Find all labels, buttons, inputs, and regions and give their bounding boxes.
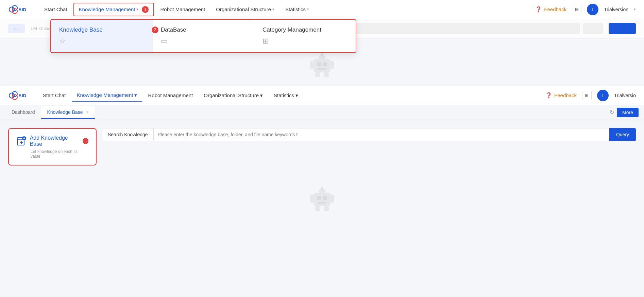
add-knowledge-base-card[interactable]: Add Knowledge Base 3 Let knowledge unlea… <box>8 128 97 165</box>
user-label[interactable]: Trialversion <box>604 7 628 12</box>
user-avatar[interactable]: T <box>587 4 598 15</box>
svg-rect-12 <box>315 72 320 77</box>
nav-statistics[interactable]: Statistics ▾ <box>281 4 314 15</box>
chevron-down-icon-4: ▾ <box>134 92 137 98</box>
svg-rect-13 <box>324 72 329 77</box>
illustration-bottom <box>8 165 636 220</box>
logo-2[interactable]: AID <box>8 89 29 102</box>
top-nav-items: Start Chat Knowledge Management ▾ 1 Robo… <box>39 3 535 16</box>
chevron-down-icon-5: ▾ <box>260 92 263 99</box>
svg-text:AID: AID <box>18 7 27 12</box>
feedback-button-2[interactable]: ❓ Feedback <box>545 92 577 99</box>
database-icon: ▭ <box>161 37 246 46</box>
dropdown-db-title: DataBase <box>161 27 246 33</box>
svg-rect-34 <box>324 206 329 211</box>
search-area: Search Knowledge Query <box>102 128 636 141</box>
nav2-robot-management[interactable]: Robot Management <box>143 90 198 101</box>
svg-point-2 <box>12 8 17 14</box>
dropdown-database[interactable]: DataBase ▭ <box>153 20 254 52</box>
chevron-down-icon-2: ▾ <box>272 7 274 12</box>
second-nav-items: Start Chat Knowledge Management ▾ Robot … <box>38 89 545 102</box>
add-kb-card-top: Add Knowledge Base 3 <box>16 135 88 147</box>
svg-text:AID: AID <box>18 93 27 98</box>
chevron-down-icon-3: ▾ <box>307 7 309 12</box>
user-chevron-icon: ▾ <box>634 7 636 12</box>
add-kb-icon <box>16 136 27 146</box>
logo[interactable]: AID <box>8 3 29 16</box>
chevron-down-icon-6: ▾ <box>295 92 298 99</box>
add-kb-subtitle: Let knowledge unleash its value <box>16 149 88 159</box>
nav-knowledge-management[interactable]: Knowledge Management ▾ 1 <box>73 3 154 16</box>
user-avatar-2[interactable]: T <box>597 90 609 101</box>
user-label-2[interactable]: Trialversio <box>614 93 636 98</box>
svg-point-9 <box>321 53 323 56</box>
svg-point-16 <box>12 94 17 100</box>
tabs-bar: Dashboard Knowledge Base × ↻ More <box>0 105 644 120</box>
knowledge-management-dropdown: Knowledge Base ☆ 2 DataBase ▭ Category M… <box>50 19 356 53</box>
translate-button[interactable]: ⊞ <box>572 5 581 14</box>
refresh-icon[interactable]: ↻ <box>610 109 614 116</box>
star-icon: ☆ <box>59 37 144 46</box>
chevron-down-icon: ▾ <box>136 7 138 12</box>
svg-rect-4 <box>313 59 331 72</box>
svg-rect-25 <box>313 193 331 206</box>
svg-point-0 <box>9 7 14 12</box>
content-row: Add Knowledge Base 3 Let knowledge unlea… <box>8 128 636 165</box>
tabs-bar-right: ↻ More <box>610 108 639 117</box>
search-label-button[interactable]: Search Knowledge <box>102 128 153 141</box>
svg-rect-26 <box>317 196 321 200</box>
svg-rect-5 <box>317 62 321 66</box>
nav2-organizational-structure[interactable]: Organizational Structure ▾ <box>199 90 268 101</box>
svg-rect-27 <box>323 196 327 200</box>
badge-two: 2 <box>152 27 158 33</box>
nav-right: ❓ Feedback ⊞ T Trialversion ▾ <box>535 4 636 15</box>
dropdown-cat-title: Category Management <box>262 27 348 33</box>
feedback-button[interactable]: ❓ Feedback <box>535 6 566 13</box>
nav2-start-chat[interactable]: Start Chat <box>38 90 71 101</box>
query-button[interactable]: Query <box>609 128 636 141</box>
nav-robot-management[interactable]: Robot Management <box>155 4 210 15</box>
translate-icon: ⊞ <box>575 7 579 12</box>
nav2-knowledge-management[interactable]: Knowledge Management ▾ <box>72 89 142 102</box>
svg-rect-33 <box>315 206 320 211</box>
svg-rect-32 <box>331 194 334 203</box>
svg-rect-28 <box>318 202 326 204</box>
translate-button-2[interactable]: ⊞ <box>582 91 592 100</box>
svg-rect-7 <box>318 68 326 70</box>
svg-rect-11 <box>331 60 334 69</box>
dropdown-kb-title: Knowledge Base <box>59 27 144 33</box>
tab-close-icon[interactable]: × <box>86 110 89 115</box>
dropdown-knowledge-base[interactable]: Knowledge Base ☆ 2 <box>51 20 153 52</box>
question-icon: ❓ <box>535 6 542 13</box>
svg-point-30 <box>321 187 323 190</box>
main-content: Add Knowledge Base 3 Let knowledge unlea… <box>0 120 644 228</box>
top-navbar: AID Start Chat Knowledge Management ▾ 1 … <box>0 0 644 19</box>
nav2-right: ❓ Feedback ⊞ T Trialversio <box>545 90 636 101</box>
svg-rect-31 <box>310 194 313 203</box>
nav2-statistics[interactable]: Statistics ▾ <box>269 90 303 101</box>
badge-three: 3 <box>83 138 88 144</box>
add-kb-title: Add Knowledge Base <box>30 135 78 147</box>
grid-icon: ⊞ <box>262 37 348 46</box>
tab-knowledge-base[interactable]: Knowledge Base × <box>41 106 95 119</box>
svg-rect-10 <box>310 60 313 69</box>
second-navbar: AID Start Chat Knowledge Management ▾ Ro… <box>0 86 644 105</box>
tab-dashboard[interactable]: Dashboard <box>5 106 41 119</box>
svg-point-14 <box>9 93 14 98</box>
search-input[interactable] <box>153 128 609 141</box>
translate-icon-2: ⊞ <box>585 93 589 98</box>
dropdown-category-management[interactable]: Category Management ⊞ <box>254 20 356 52</box>
question-icon-2: ❓ <box>545 92 552 99</box>
nav-organizational-structure[interactable]: Organizational Structure ▾ <box>211 4 279 15</box>
nav-start-chat[interactable]: Start Chat <box>39 4 72 15</box>
more-button[interactable]: More <box>617 108 639 117</box>
svg-rect-6 <box>323 62 327 66</box>
